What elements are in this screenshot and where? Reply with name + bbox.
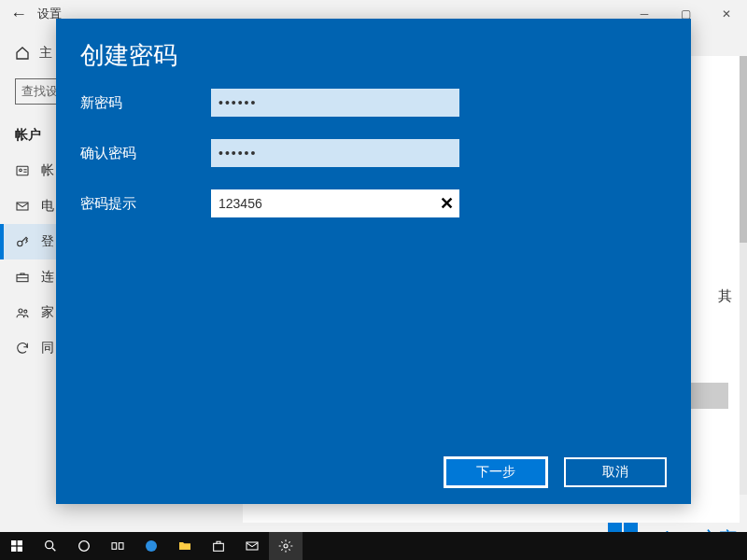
svg-rect-2 <box>17 203 28 210</box>
dialog-title: 创建密码 <box>56 19 691 89</box>
sidebar-item-label: 家 <box>41 304 54 321</box>
svg-point-12 <box>79 541 90 552</box>
windows-icon <box>9 539 24 553</box>
taskview-icon <box>110 539 125 553</box>
confirm-password-label: 确认密码 <box>80 145 211 162</box>
new-password-input[interactable] <box>211 89 459 117</box>
start-button[interactable] <box>0 532 34 560</box>
taskbar-mail[interactable] <box>235 532 269 560</box>
sidebar-item-label: 登 <box>41 233 54 250</box>
search-placeholder: 查找设 <box>21 83 58 100</box>
taskview-button[interactable] <box>101 532 134 560</box>
svg-point-11 <box>46 541 53 549</box>
taskbar-settings[interactable] <box>269 532 303 560</box>
briefcase-icon <box>15 270 30 285</box>
sync-icon <box>15 341 30 356</box>
cancel-button[interactable]: 取消 <box>564 457 667 487</box>
taskbar <box>0 532 747 560</box>
svg-point-18 <box>284 544 288 548</box>
search-button[interactable] <box>34 532 67 560</box>
svg-rect-9 <box>11 547 16 552</box>
new-password-label: 新密码 <box>80 94 211 112</box>
scrollbar-thumb[interactable] <box>740 56 747 243</box>
svg-point-6 <box>24 310 27 313</box>
taskbar-store[interactable] <box>202 532 235 560</box>
home-icon <box>15 46 30 61</box>
clear-icon[interactable]: ✕ <box>440 193 454 214</box>
sidebar-item-label: 电 <box>41 198 54 215</box>
taskbar-explorer[interactable] <box>168 532 202 560</box>
password-hint-label: 密码提示 <box>80 195 211 213</box>
store-icon <box>211 539 226 553</box>
svg-rect-13 <box>112 543 117 550</box>
folder-icon <box>177 539 192 553</box>
edge-icon <box>144 539 159 553</box>
next-button[interactable]: 下一步 <box>444 457 547 487</box>
svg-rect-7 <box>11 540 16 545</box>
svg-rect-14 <box>119 543 123 550</box>
mail-icon <box>245 539 260 553</box>
sidebar-item-label: 连 <box>41 269 54 286</box>
key-icon <box>15 234 30 249</box>
content-fragment: 其 <box>718 287 732 305</box>
taskbar-edge[interactable] <box>134 532 168 560</box>
home-label: 主 <box>39 45 52 62</box>
gear-icon <box>278 539 293 553</box>
svg-rect-16 <box>214 543 224 551</box>
svg-point-5 <box>19 309 22 313</box>
svg-rect-10 <box>18 547 22 552</box>
person-card-icon <box>15 163 30 178</box>
svg-rect-17 <box>247 542 258 550</box>
password-hint-input[interactable] <box>211 189 459 217</box>
people-icon <box>15 305 30 320</box>
cortana-icon <box>77 539 92 553</box>
close-button[interactable]: ✕ <box>706 0 747 28</box>
svg-point-3 <box>18 241 22 245</box>
svg-rect-0 <box>17 166 28 175</box>
mail-icon <box>15 199 30 214</box>
search-icon <box>43 539 58 553</box>
sidebar-item-label: 同 <box>41 340 54 357</box>
svg-point-15 <box>146 540 157 552</box>
svg-point-1 <box>20 169 22 172</box>
back-button[interactable]: ← <box>0 5 37 24</box>
confirm-password-input[interactable] <box>211 139 459 167</box>
content-button-fragment <box>691 383 728 409</box>
sidebar-item-label: 帐 <box>41 162 54 179</box>
create-password-dialog: 创建密码 新密码 确认密码 密码提示 ✕ 下一步 取消 <box>56 19 691 504</box>
cortana-button[interactable] <box>67 532 101 560</box>
svg-rect-8 <box>18 540 22 545</box>
scrollbar[interactable] <box>740 56 747 495</box>
